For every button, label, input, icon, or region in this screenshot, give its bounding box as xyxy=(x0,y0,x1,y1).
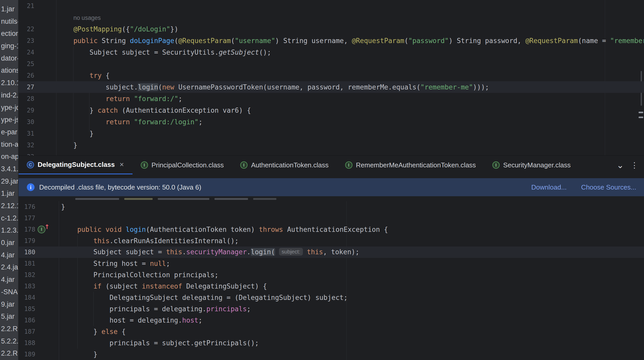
editor-gutter[interactable]: 29 xyxy=(19,104,56,116)
code-line[interactable]: 181 String host = null; xyxy=(19,258,644,269)
project-tree-item[interactable]: 3.4.1. xyxy=(0,163,18,175)
editor-gutter[interactable]: 26 xyxy=(19,70,56,81)
editor-gutter[interactable]: 27 xyxy=(19,81,56,93)
code-line[interactable]: 21 xyxy=(19,0,644,12)
project-tree-item[interactable]: 9.jar xyxy=(0,298,18,311)
code-line[interactable]: 177 xyxy=(19,212,644,224)
editor-gutter[interactable]: 24 xyxy=(19,46,56,58)
editor-tab[interactable]: IPrincipalCollection.class xyxy=(133,156,232,174)
project-tree-item[interactable]: c-1.2. xyxy=(0,212,18,225)
project-tree-item[interactable]: 2.12.1. xyxy=(0,200,18,212)
code-token: "remember xyxy=(610,37,644,45)
editor-gutter[interactable]: 188 xyxy=(19,337,59,349)
bottom-code-editor[interactable]: 176}177178I↑ public void login(Authentic… xyxy=(19,201,644,360)
editor-tab[interactable]: CDelegatingSubject.class✕ xyxy=(19,156,133,174)
editor-gutter[interactable]: 21 xyxy=(19,0,56,12)
code-line[interactable]: 178I↑ public void login(AuthenticationTo… xyxy=(19,224,644,235)
code-line[interactable]: 29 } catch (AuthenticationException var6… xyxy=(19,104,644,116)
project-tree-item[interactable]: 1.2.3.j xyxy=(0,224,18,237)
close-icon[interactable]: ✕ xyxy=(119,161,124,168)
editor-gutter[interactable]: 30 xyxy=(19,116,56,128)
project-tree-item[interactable]: 2.2.RE xyxy=(0,323,18,335)
editor-gutter[interactable]: 28 xyxy=(19,93,56,104)
code-line[interactable]: 188 principals = subject.getPrincipals()… xyxy=(19,337,644,349)
project-tree-item[interactable]: 2.2.RI xyxy=(0,347,18,360)
editor-tab[interactable]: ISecurityManager.class xyxy=(484,156,579,174)
project-tree-item[interactable]: 2.10.1. xyxy=(0,77,18,89)
project-tree-item[interactable]: tion-a xyxy=(0,138,18,151)
editor-gutter[interactable]: 25 xyxy=(19,58,56,70)
project-tree-item[interactable]: on-ap xyxy=(0,151,18,163)
implements-method-gutter-icon[interactable]: I↑ xyxy=(38,225,49,234)
code-line[interactable]: 182 PrincipalCollection principals; xyxy=(19,269,644,281)
project-tree-item[interactable]: -SNAI xyxy=(0,286,18,298)
project-tree-item[interactable]: ind-2. xyxy=(0,89,18,102)
project-tree-item[interactable]: 0.jar xyxy=(0,237,18,249)
code-line[interactable]: no usages xyxy=(19,12,644,23)
editor-gutter[interactable]: 186 xyxy=(19,315,59,326)
code-line[interactable]: 32 } xyxy=(19,139,644,151)
editor-gutter[interactable]: 183 xyxy=(19,281,59,292)
banner-link[interactable]: Choose Sources... xyxy=(581,183,636,191)
project-tree-item[interactable]: 5.2.2.I xyxy=(0,335,18,348)
project-tree-item[interactable]: ging-1. xyxy=(0,40,18,52)
project-tree-item[interactable]: 2.4.ja xyxy=(0,261,18,274)
code-line[interactable]: 185 principals = delegating.principals; xyxy=(19,303,644,315)
project-tree-item[interactable]: 4.jar xyxy=(0,274,18,286)
code-line[interactable]: 28 return "forward:/"; xyxy=(19,93,644,104)
code-line[interactable]: 186 host = delegating.host; xyxy=(19,315,644,326)
top-code-editor[interactable]: 21 no usages22 @PostMapping({"/doLogin"}… xyxy=(19,0,644,156)
editor-gutter[interactable]: 23 xyxy=(19,35,56,46)
editor-gutter[interactable]: 176 xyxy=(19,201,59,212)
editor-gutter[interactable]: 32 xyxy=(19,139,56,151)
code-line[interactable]: 184 DelegatingSubject delegating = (Dele… xyxy=(19,292,644,303)
editor-gutter[interactable]: 182 xyxy=(19,269,59,281)
code-line[interactable]: 183 if (subject instanceof DelegatingSub… xyxy=(19,281,644,292)
project-tree-item[interactable]: ations xyxy=(0,64,18,77)
code-line[interactable]: 179 this.clearRunAsIdentitiesInternal(); xyxy=(19,235,644,247)
editor-gutter[interactable]: 180 xyxy=(19,247,59,258)
editor-gutter[interactable] xyxy=(19,12,56,23)
editor-tab[interactable]: IRememberMeAuthenticationToken.class xyxy=(337,156,484,174)
project-tree-item[interactable]: dator- xyxy=(0,52,18,65)
project-tree-item[interactable]: 1.jar xyxy=(0,3,18,15)
project-tree-item[interactable]: ype-js xyxy=(0,114,18,126)
project-tree-item[interactable]: 1.jar xyxy=(0,187,18,200)
code-line[interactable]: 31 } xyxy=(19,128,644,139)
editor-gutter[interactable]: 185 xyxy=(19,303,59,315)
editor-gutter[interactable]: 33 xyxy=(19,151,56,156)
code-token: new xyxy=(162,83,174,91)
project-tree-item[interactable]: 5.jar xyxy=(0,310,18,323)
editor-gutter[interactable]: 22 xyxy=(19,23,56,35)
editor-tab[interactable]: IAuthenticationToken.class xyxy=(232,156,337,174)
project-tree-item[interactable]: ection xyxy=(0,28,18,40)
code-line[interactable]: 25 xyxy=(19,58,644,70)
banner-link[interactable]: Download... xyxy=(531,183,567,191)
editor-gutter[interactable]: 179 xyxy=(19,235,59,247)
code-line[interactable]: 22 @PostMapping({"/doLogin"}) xyxy=(19,23,644,35)
code-line[interactable]: 33 xyxy=(19,151,644,156)
editor-gutter[interactable]: 31 xyxy=(19,128,56,139)
editor-gutter[interactable]: 189 xyxy=(19,349,59,360)
project-tree-item[interactable]: 29.jar xyxy=(0,175,18,188)
editor-gutter[interactable]: 181 xyxy=(19,258,59,269)
code-line[interactable]: 24 Subject subject = SecurityUtils.getSu… xyxy=(19,46,644,58)
code-line[interactable]: 180 Subject subject = this.securityManag… xyxy=(19,247,644,258)
editor-gutter[interactable]: 178I↑ xyxy=(19,224,59,235)
code-line[interactable]: 176} xyxy=(19,201,644,212)
more-options-icon[interactable]: ⋮ xyxy=(631,161,638,170)
code-line[interactable]: 26 try { xyxy=(19,70,644,81)
code-line[interactable]: 23 public String doLoginPage(@RequestPar… xyxy=(19,35,644,46)
project-tree-item[interactable]: e-par xyxy=(0,126,18,138)
code-line[interactable]: 187 } else { xyxy=(19,326,644,337)
editor-gutter[interactable]: 177 xyxy=(19,212,59,224)
editor-gutter[interactable]: 187 xyxy=(19,326,59,337)
chevron-down-icon[interactable]: ⌄ xyxy=(617,161,624,169)
code-line[interactable]: 30 return "forward:/login"; xyxy=(19,116,644,128)
code-line[interactable]: 27 subject.login(new UsernamePasswordTok… xyxy=(19,81,644,93)
project-tree-item[interactable]: nutils- xyxy=(0,15,18,28)
project-tree-item[interactable]: 4.jar xyxy=(0,249,18,261)
editor-gutter[interactable]: 184 xyxy=(19,292,59,303)
code-line[interactable]: 189 } xyxy=(19,349,644,360)
project-tree-item[interactable]: ype-jd xyxy=(0,102,18,114)
